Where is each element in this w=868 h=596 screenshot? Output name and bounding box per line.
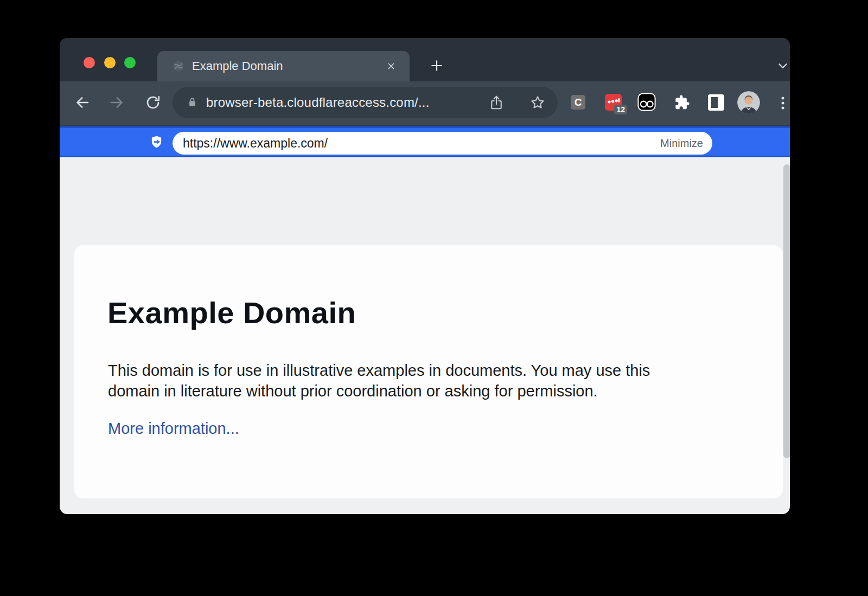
toolbar: browser-beta.cloudflareaccess.com/... C (60, 81, 790, 126)
extension-badge: 12 (614, 105, 627, 114)
traffic-minimize-icon[interactable] (104, 57, 116, 68)
isolation-bar: https://www.example.com/ Minimize (60, 126, 790, 157)
minimize-button[interactable]: Minimize (660, 132, 703, 155)
lock-icon[interactable] (187, 97, 198, 108)
more-information-link[interactable]: More information... (108, 420, 239, 438)
isolation-url-value: https://www.example.com/ (183, 132, 328, 155)
extension-red-dots-icon[interactable]: 12 (605, 94, 622, 111)
tab-example-domain[interactable]: Example Domain (157, 51, 410, 81)
chevron-down-icon[interactable] (775, 59, 790, 73)
example-domain-card: Example Domain This domain is for use in… (74, 245, 783, 498)
tab-strip: Example Domain (60, 38, 790, 81)
extension-goggles-icon[interactable] (637, 93, 656, 111)
kebab-menu-icon[interactable] (776, 95, 790, 111)
new-tab-button[interactable] (429, 58, 444, 73)
close-icon[interactable] (386, 61, 396, 71)
address-bar[interactable]: browser-beta.cloudflareaccess.com/... (173, 87, 558, 118)
page-paragraph: This domain is for use in illustrative e… (108, 360, 650, 401)
browser-window: Example Domain (60, 38, 790, 514)
reload-button[interactable] (144, 93, 162, 112)
side-panel-hole (711, 97, 718, 108)
star-icon[interactable] (529, 94, 546, 111)
scrollbar-thumb[interactable] (783, 164, 790, 458)
puzzle-icon[interactable] (674, 94, 690, 111)
avatar[interactable] (737, 91, 760, 114)
shield-arrow-icon (150, 135, 163, 149)
extension-c-icon[interactable]: C (571, 95, 585, 110)
arrow-left-icon (74, 94, 91, 111)
isolation-url-input[interactable]: https://www.example.com/ Minimize (173, 132, 712, 155)
paragraph-line: This domain is for use in illustrative e… (108, 360, 650, 381)
paragraph-line: domain in literature without prior coord… (108, 381, 650, 401)
url-text: browser-beta.cloudflareaccess.com/... (206, 87, 430, 118)
page-title: Example Domain (107, 295, 356, 330)
arrow-right-icon (108, 94, 125, 111)
back-button[interactable] (73, 93, 92, 112)
extension-c-label: C (575, 97, 582, 108)
globe-icon (173, 60, 184, 72)
page-viewport: Example Domain This domain is for use in… (60, 157, 790, 514)
forward-button[interactable] (107, 93, 126, 112)
share-icon[interactable] (488, 94, 505, 111)
reload-icon (145, 94, 161, 111)
traffic-close-icon[interactable] (84, 57, 95, 68)
tab-title: Example Domain (192, 51, 283, 81)
side-panel-icon[interactable] (708, 94, 724, 111)
traffic-zoom-icon[interactable] (124, 57, 136, 68)
